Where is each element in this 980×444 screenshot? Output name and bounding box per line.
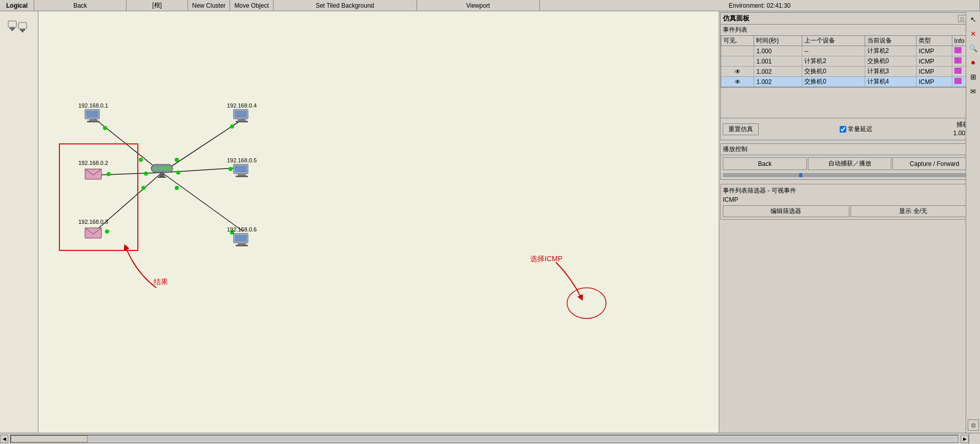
- rsidebar-grid-icon[interactable]: ⊞: [967, 71, 979, 83]
- show-all-button[interactable]: 显示 全/无: [850, 205, 977, 217]
- switch-icon: [150, 162, 174, 179]
- svg-rect-36: [236, 176, 248, 177]
- edit-filter-button[interactable]: 编辑筛选器: [723, 205, 849, 217]
- filter-circle-annotation: [566, 283, 628, 324]
- node-pc2-label: 192.168.0.2: [78, 160, 108, 166]
- toolbar-set-tiled-bg[interactable]: Set Tiled Background: [274, 0, 417, 11]
- corner-resize-btn[interactable]: ⊡: [968, 419, 979, 431]
- node-pc3[interactable]: 192.168.0.3: [78, 219, 108, 240]
- svg-point-14: [141, 186, 145, 190]
- scrollbar-track[interactable]: [10, 435, 958, 443]
- capture-forward-button[interactable]: Capture / Forward: [892, 157, 976, 170]
- event-prev-1: 计算机2: [802, 56, 865, 67]
- node-pc4[interactable]: 192.168.0.4: [227, 102, 257, 124]
- sim-panel-header: 仿真面板 □ ×: [721, 13, 978, 25]
- playback-back-button[interactable]: Back: [723, 157, 807, 170]
- node-pc1-label: 192.168.0.1: [78, 102, 108, 109]
- node-pc1[interactable]: 192.168.0.1: [78, 102, 108, 124]
- sim-resize-btn[interactable]: □: [958, 15, 966, 22]
- event-type-2: ICMP: [916, 67, 952, 77]
- svg-line-11: [162, 173, 243, 231]
- event-visible-2: 👁: [721, 67, 754, 77]
- right-panel: 仿真面板 □ × 事件列表 可见. 时间(秒) 上一个设备 当前设备 类型 In…: [719, 11, 980, 433]
- node-pc5[interactable]: 192.168.0.5: [227, 157, 257, 179]
- svg-rect-48: [158, 177, 166, 178]
- node-pc2[interactable]: 192.168.0.2: [78, 160, 108, 181]
- canvas-area[interactable]: 192.168.0.1 192.168.0.4 192.168.0.2: [38, 11, 719, 433]
- toolbar-move-object[interactable]: Move Object: [230, 0, 273, 11]
- event-type-3: ICMP: [916, 77, 952, 87]
- event-curr-2: 计算机3: [865, 67, 916, 77]
- event-row-0[interactable]: 1.000 -- 计算机2 ICMP: [721, 46, 978, 56]
- event-visible-0: [721, 46, 754, 56]
- event-time-2: 1.002: [754, 67, 802, 77]
- svg-rect-3: [18, 23, 27, 29]
- auto-capture-button[interactable]: 自动捕获／播放: [808, 157, 892, 170]
- progress-indicator: [799, 173, 802, 177]
- progress-bar-container: [721, 172, 978, 179]
- progress-bar[interactable]: [723, 173, 976, 177]
- delay-checkbox[interactable]: [840, 126, 846, 133]
- event-prev-3: 交换机0: [802, 77, 865, 87]
- network-connections-svg: [38, 11, 719, 433]
- toolbar: Logical Back [根] New Cluster Move Object…: [0, 0, 980, 11]
- svg-point-45: [163, 166, 168, 171]
- svg-rect-27: [87, 121, 99, 122]
- toolbar-new-cluster[interactable]: New Cluster: [188, 0, 230, 11]
- event-time-3: 1.002: [754, 77, 802, 87]
- event-type-1: ICMP: [916, 56, 952, 67]
- svg-rect-2: [11, 29, 13, 31]
- svg-rect-29: [235, 111, 247, 118]
- col-prev: 上一个设备: [802, 36, 865, 46]
- toolbar-logical[interactable]: Logical: [0, 0, 34, 11]
- event-curr-3: 计算机4: [865, 77, 916, 87]
- svg-rect-25: [86, 111, 98, 118]
- event-type-0: ICMP: [916, 46, 952, 56]
- event-prev-2: 交换机0: [802, 67, 865, 77]
- svg-point-18: [103, 126, 107, 130]
- svg-rect-47: [159, 174, 164, 177]
- node-pc6[interactable]: 192.168.0.6: [227, 226, 257, 248]
- col-curr: 当前设备: [865, 36, 916, 46]
- event-visible-3: 👁: [721, 77, 754, 87]
- pc2-icon: [84, 166, 102, 181]
- svg-rect-4: [20, 29, 25, 31]
- node-pc4-label: 192.168.0.4: [227, 102, 257, 109]
- svg-rect-31: [236, 121, 248, 122]
- delay-checkbox-label: 常量延迟: [840, 125, 872, 134]
- svg-rect-35: [238, 174, 246, 176]
- reset-sim-button[interactable]: 重置仿真: [723, 123, 759, 135]
- scroll-left-btn[interactable]: ◀: [0, 435, 8, 443]
- rsidebar-search-icon[interactable]: 🔍: [967, 42, 979, 54]
- svg-point-16: [176, 171, 180, 175]
- annotation-select-icmp: 选择ICMP: [530, 255, 562, 264]
- svg-point-44: [158, 166, 162, 171]
- svg-rect-5: [22, 31, 24, 32]
- scrollbar-thumb[interactable]: [11, 435, 88, 442]
- pc5-icon: [233, 163, 251, 179]
- filter-value: ICMP: [723, 196, 976, 203]
- node-switch[interactable]: [150, 162, 174, 179]
- toolbar-back[interactable]: Back: [34, 0, 127, 11]
- filter-buttons: 编辑筛选器 显示 全/无: [723, 205, 976, 217]
- svg-rect-34: [235, 165, 247, 173]
- arrow-result: [115, 242, 177, 293]
- logical-view-icon[interactable]: [2, 13, 33, 41]
- event-row-2[interactable]: 👁 1.002 交换机0 计算机3 ICMP: [721, 67, 978, 77]
- event-row-1[interactable]: 1.001 计算机2 交换机0 ICMP: [721, 56, 978, 67]
- scroll-right-btn[interactable]: ▶: [961, 435, 969, 443]
- svg-point-43: [153, 166, 157, 171]
- event-time-1: 1.001: [754, 56, 802, 67]
- event-row-3[interactable]: 👁 1.002 交换机0 计算机4 ICMP: [721, 77, 978, 87]
- rsidebar-circle-icon[interactable]: ●: [967, 56, 979, 69]
- rsidebar-select-icon[interactable]: ↖: [967, 13, 979, 26]
- svg-rect-0: [8, 21, 16, 27]
- col-visible: 可见.: [721, 36, 754, 46]
- events-table: 可见. 时间(秒) 上一个设备 当前设备 类型 Info 1.000 -- 计算…: [721, 35, 978, 87]
- rsidebar-delete-icon[interactable]: ✕: [967, 28, 979, 40]
- toolbar-viewport[interactable]: Viewport: [417, 0, 540, 11]
- toolbar-root[interactable]: [根]: [127, 0, 188, 11]
- toolbar-environment: Environment: 02:41:30: [540, 0, 980, 11]
- rsidebar-email-icon[interactable]: ✉: [967, 85, 979, 97]
- node-pc3-label: 192.168.0.3: [78, 219, 108, 225]
